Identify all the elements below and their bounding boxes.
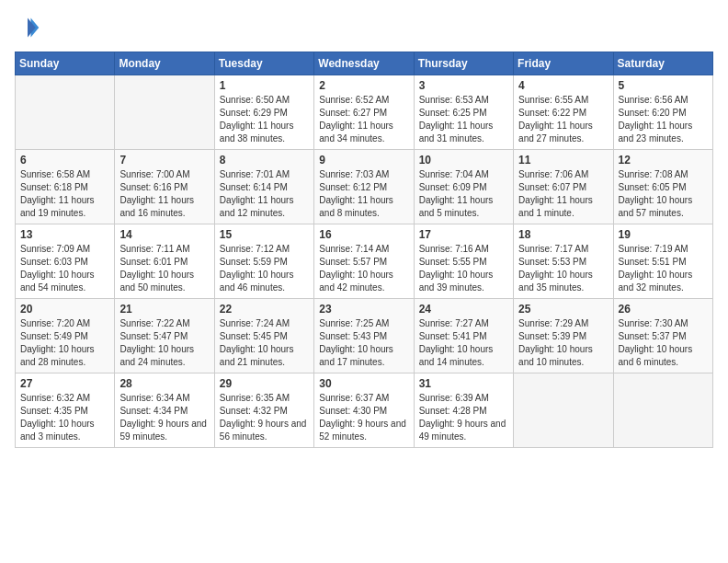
day-info: Sunrise: 7:14 AM Sunset: 5:57 PM Dayligh… bbox=[319, 243, 408, 294]
calendar-cell: 8Sunrise: 7:01 AM Sunset: 6:14 PM Daylig… bbox=[214, 150, 313, 224]
calendar-cell: 28Sunrise: 6:34 AM Sunset: 4:34 PM Dayli… bbox=[115, 373, 214, 448]
day-info: Sunrise: 6:35 AM Sunset: 4:32 PM Dayligh… bbox=[220, 392, 309, 443]
calendar-cell: 17Sunrise: 7:16 AM Sunset: 5:55 PM Dayli… bbox=[414, 224, 513, 299]
weekday-header-friday: Friday bbox=[514, 52, 613, 75]
calendar-week-row: 6Sunrise: 6:58 AM Sunset: 6:18 PM Daylig… bbox=[16, 150, 713, 224]
day-info: Sunrise: 7:25 AM Sunset: 5:43 PM Dayligh… bbox=[319, 317, 408, 369]
day-info: Sunrise: 7:04 AM Sunset: 6:09 PM Dayligh… bbox=[419, 168, 508, 220]
weekday-header-wednesday: Wednesday bbox=[314, 52, 414, 75]
calendar-cell: 2Sunrise: 6:52 AM Sunset: 6:27 PM Daylig… bbox=[314, 75, 414, 150]
day-info: Sunrise: 6:37 AM Sunset: 4:30 PM Dayligh… bbox=[319, 392, 408, 443]
calendar-cell: 11Sunrise: 7:06 AM Sunset: 6:07 PM Dayli… bbox=[514, 150, 613, 224]
day-info: Sunrise: 7:27 AM Sunset: 5:41 PM Dayligh… bbox=[419, 317, 508, 369]
day-info: Sunrise: 6:58 AM Sunset: 6:18 PM Dayligh… bbox=[20, 168, 109, 220]
day-info: Sunrise: 7:12 AM Sunset: 5:59 PM Dayligh… bbox=[220, 243, 309, 294]
day-info: Sunrise: 7:08 AM Sunset: 6:05 PM Dayligh… bbox=[619, 168, 708, 220]
calendar-week-row: 13Sunrise: 7:09 AM Sunset: 6:03 PM Dayli… bbox=[16, 224, 713, 299]
calendar-cell: 5Sunrise: 6:56 AM Sunset: 6:20 PM Daylig… bbox=[613, 75, 712, 150]
day-number: 24 bbox=[419, 303, 508, 316]
calendar-cell bbox=[613, 373, 712, 448]
calendar-cell: 1Sunrise: 6:50 AM Sunset: 6:29 PM Daylig… bbox=[214, 75, 313, 150]
calendar-cell: 12Sunrise: 7:08 AM Sunset: 6:05 PM Dayli… bbox=[613, 150, 712, 224]
calendar-cell: 27Sunrise: 6:32 AM Sunset: 4:35 PM Dayli… bbox=[16, 373, 115, 448]
page-header bbox=[15, 15, 713, 40]
calendar-cell: 19Sunrise: 7:19 AM Sunset: 5:51 PM Dayli… bbox=[613, 224, 712, 299]
day-info: Sunrise: 6:56 AM Sunset: 6:20 PM Dayligh… bbox=[619, 94, 708, 145]
calendar-cell: 30Sunrise: 6:37 AM Sunset: 4:30 PM Dayli… bbox=[314, 373, 414, 448]
day-number: 2 bbox=[319, 79, 408, 92]
day-info: Sunrise: 7:17 AM Sunset: 5:53 PM Dayligh… bbox=[518, 243, 608, 294]
day-number: 10 bbox=[419, 154, 508, 167]
day-number: 19 bbox=[619, 228, 708, 241]
calendar-cell: 26Sunrise: 7:30 AM Sunset: 5:37 PM Dayli… bbox=[613, 299, 712, 373]
day-number: 14 bbox=[119, 228, 209, 241]
calendar-cell: 3Sunrise: 6:53 AM Sunset: 6:25 PM Daylig… bbox=[414, 75, 513, 150]
calendar-cell: 21Sunrise: 7:22 AM Sunset: 5:47 PM Dayli… bbox=[115, 299, 214, 373]
day-number: 23 bbox=[319, 303, 408, 316]
calendar-cell: 18Sunrise: 7:17 AM Sunset: 5:53 PM Dayli… bbox=[514, 224, 613, 299]
day-number: 29 bbox=[220, 377, 309, 390]
calendar-cell: 25Sunrise: 7:29 AM Sunset: 5:39 PM Dayli… bbox=[514, 299, 613, 373]
day-info: Sunrise: 7:03 AM Sunset: 6:12 PM Dayligh… bbox=[319, 168, 408, 220]
day-number: 15 bbox=[220, 228, 309, 241]
day-number: 30 bbox=[319, 377, 408, 390]
calendar-cell: 29Sunrise: 6:35 AM Sunset: 4:32 PM Dayli… bbox=[214, 373, 313, 448]
day-info: Sunrise: 6:52 AM Sunset: 6:27 PM Dayligh… bbox=[319, 94, 408, 145]
day-number: 21 bbox=[119, 303, 209, 316]
day-info: Sunrise: 7:16 AM Sunset: 5:55 PM Dayligh… bbox=[419, 243, 508, 294]
day-info: Sunrise: 7:29 AM Sunset: 5:39 PM Dayligh… bbox=[518, 317, 608, 369]
day-number: 20 bbox=[20, 303, 109, 316]
calendar-cell bbox=[115, 75, 214, 150]
day-number: 8 bbox=[220, 154, 309, 167]
day-info: Sunrise: 7:01 AM Sunset: 6:14 PM Dayligh… bbox=[220, 168, 309, 220]
day-number: 27 bbox=[20, 377, 109, 390]
logo bbox=[15, 15, 44, 40]
day-info: Sunrise: 6:39 AM Sunset: 4:28 PM Dayligh… bbox=[419, 392, 508, 443]
day-number: 18 bbox=[518, 228, 608, 241]
day-number: 6 bbox=[20, 154, 109, 167]
calendar-cell bbox=[514, 373, 613, 448]
calendar-cell: 15Sunrise: 7:12 AM Sunset: 5:59 PM Dayli… bbox=[214, 224, 313, 299]
calendar-cell: 9Sunrise: 7:03 AM Sunset: 6:12 PM Daylig… bbox=[314, 150, 414, 224]
calendar-cell: 23Sunrise: 7:25 AM Sunset: 5:43 PM Dayli… bbox=[314, 299, 414, 373]
day-info: Sunrise: 6:32 AM Sunset: 4:35 PM Dayligh… bbox=[20, 392, 109, 443]
weekday-header-tuesday: Tuesday bbox=[214, 52, 313, 75]
calendar-cell: 31Sunrise: 6:39 AM Sunset: 4:28 PM Dayli… bbox=[414, 373, 513, 448]
day-number: 25 bbox=[518, 303, 608, 316]
day-number: 3 bbox=[419, 79, 508, 92]
day-info: Sunrise: 7:00 AM Sunset: 6:16 PM Dayligh… bbox=[119, 168, 209, 220]
calendar-cell: 24Sunrise: 7:27 AM Sunset: 5:41 PM Dayli… bbox=[414, 299, 513, 373]
day-info: Sunrise: 7:20 AM Sunset: 5:49 PM Dayligh… bbox=[20, 317, 109, 369]
calendar-cell bbox=[16, 75, 115, 150]
day-info: Sunrise: 7:11 AM Sunset: 6:01 PM Dayligh… bbox=[119, 243, 209, 294]
day-info: Sunrise: 7:06 AM Sunset: 6:07 PM Dayligh… bbox=[518, 168, 608, 220]
day-number: 16 bbox=[319, 228, 408, 241]
calendar-cell: 22Sunrise: 7:24 AM Sunset: 5:45 PM Dayli… bbox=[214, 299, 313, 373]
day-number: 26 bbox=[619, 303, 708, 316]
day-number: 11 bbox=[518, 154, 608, 167]
calendar-week-row: 27Sunrise: 6:32 AM Sunset: 4:35 PM Dayli… bbox=[16, 373, 713, 448]
calendar-header-row: SundayMondayTuesdayWednesdayThursdayFrid… bbox=[16, 52, 713, 75]
calendar-cell: 4Sunrise: 6:55 AM Sunset: 6:22 PM Daylig… bbox=[514, 75, 613, 150]
calendar-cell: 20Sunrise: 7:20 AM Sunset: 5:49 PM Dayli… bbox=[16, 299, 115, 373]
day-number: 12 bbox=[619, 154, 708, 167]
day-number: 17 bbox=[419, 228, 508, 241]
weekday-header-thursday: Thursday bbox=[414, 52, 513, 75]
calendar-cell: 14Sunrise: 7:11 AM Sunset: 6:01 PM Dayli… bbox=[115, 224, 214, 299]
day-info: Sunrise: 7:24 AM Sunset: 5:45 PM Dayligh… bbox=[220, 317, 309, 369]
day-info: Sunrise: 6:55 AM Sunset: 6:22 PM Dayligh… bbox=[518, 94, 608, 145]
calendar-cell: 7Sunrise: 7:00 AM Sunset: 6:16 PM Daylig… bbox=[115, 150, 214, 224]
day-number: 5 bbox=[619, 79, 708, 92]
day-info: Sunrise: 7:19 AM Sunset: 5:51 PM Dayligh… bbox=[619, 243, 708, 294]
calendar-cell: 10Sunrise: 7:04 AM Sunset: 6:09 PM Dayli… bbox=[414, 150, 513, 224]
day-info: Sunrise: 7:22 AM Sunset: 5:47 PM Dayligh… bbox=[119, 317, 209, 369]
calendar-table: SundayMondayTuesdayWednesdayThursdayFrid… bbox=[15, 52, 713, 448]
calendar-cell: 6Sunrise: 6:58 AM Sunset: 6:18 PM Daylig… bbox=[16, 150, 115, 224]
day-number: 9 bbox=[319, 154, 408, 167]
calendar-cell: 13Sunrise: 7:09 AM Sunset: 6:03 PM Dayli… bbox=[16, 224, 115, 299]
day-info: Sunrise: 7:30 AM Sunset: 5:37 PM Dayligh… bbox=[619, 317, 708, 369]
weekday-header-monday: Monday bbox=[115, 52, 214, 75]
day-number: 4 bbox=[518, 79, 608, 92]
day-number: 13 bbox=[20, 228, 109, 241]
calendar-body: 1Sunrise: 6:50 AM Sunset: 6:29 PM Daylig… bbox=[16, 75, 713, 448]
